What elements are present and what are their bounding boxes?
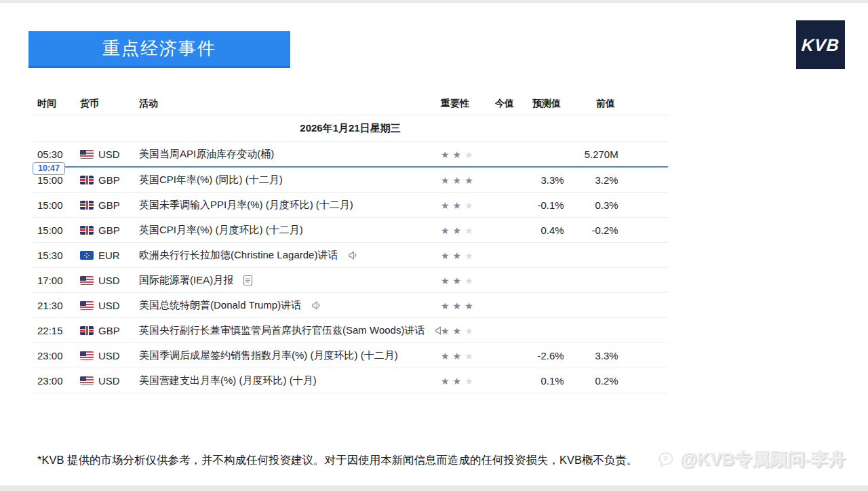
event-time: 23:00 (33, 375, 75, 387)
event-activity-label: 英国CPI年率(%) (同比) (十二月) (139, 174, 283, 186)
event-activity-label: 英国未季调输入PPI月率(%) (月度环比) (十二月) (139, 199, 353, 212)
star-filled-icon: ★ (441, 175, 450, 186)
currency-code: GBP (98, 199, 120, 211)
currency-code: GBP (98, 174, 120, 186)
event-currency: GBP (75, 325, 139, 336)
importance-stars: ★★★ (441, 174, 477, 186)
top-edge-strip (0, 0, 868, 3)
star-filled-icon: ★ (453, 200, 462, 211)
event-time: 15:00 (33, 174, 75, 186)
event-forecast-value: -2.6% (517, 350, 564, 361)
event-activity-label: 欧洲央行行长拉加德(Christine Lagarde)讲话 (139, 249, 338, 262)
importance-stars: ★★★ (441, 300, 477, 311)
currency-flag-icon (80, 276, 94, 285)
date-header-label: 2026年1月21日星期三 (300, 122, 400, 135)
speaker-icon[interactable] (347, 250, 359, 261)
event-activity: 美国总统特朗普(Donald Trump)讲话 (139, 299, 441, 312)
table-header-row: 时间 货币 活动 重要性 今值 预测值 前值 (33, 92, 668, 115)
event-row[interactable]: 22:15 GBP 英国央行副行长兼审慎监管局首席执行官伍兹(Sam Woods… (33, 318, 668, 343)
header-time: 时间 (33, 98, 75, 110)
event-time: 05:30 (33, 149, 75, 160)
event-time: 15:00 (33, 199, 75, 211)
star-filled-icon: ★ (441, 300, 450, 311)
event-previous-value: 5.270M (564, 149, 618, 160)
current-time-indicator: 10:47 (33, 161, 65, 175)
star-empty-icon: ★ (465, 275, 473, 286)
event-currency: GBP (75, 174, 139, 186)
event-activity-label: 国际能源署(IEA)月报 (139, 274, 233, 287)
event-forecast-value: -0.1% (517, 199, 564, 211)
event-previous-value: 3.2% (564, 174, 618, 186)
section-banner: 重点经济事件 (28, 31, 290, 68)
importance-stars: ★★★ (441, 325, 477, 336)
event-time: 17:00 (33, 275, 75, 286)
watermark-logo-icon (657, 451, 675, 469)
header-actual: 今值 (473, 98, 514, 110)
star-filled-icon: ★ (453, 376, 462, 387)
star-filled-icon: ★ (453, 149, 462, 160)
event-activity: 欧洲央行行长拉加德(Christine Lagarde)讲话 (139, 249, 441, 262)
section-title: 重点经济事件 (102, 37, 216, 60)
event-previous-value: 0.3% (564, 199, 618, 211)
importance-stars: ★★★ (441, 250, 477, 261)
star-filled-icon: ★ (441, 351, 450, 361)
event-row[interactable]: 23:00 USD 美国营建支出月率(%) (月度环比) (十月) ★★★ 0.… (33, 368, 668, 393)
event-activity-label: 英国CPI月率(%) (月度环比) (十二月) (139, 224, 303, 237)
event-time: 22:15 (33, 325, 75, 336)
disclaimer-text: *KVB 提供的市场分析仅供参考，并不构成任何投资建议。对于因使用本新闻信息而造… (37, 453, 638, 468)
header-forecast: 预测值 (514, 98, 561, 110)
star-filled-icon: ★ (453, 300, 462, 311)
event-currency: EUR (75, 250, 139, 261)
event-activity-label: 美国总统特朗普(Donald Trump)讲话 (139, 299, 301, 312)
event-activity-label: 英国央行副行长兼审慎监管局首席执行官伍兹(Sam Woods)讲话 (139, 324, 425, 337)
event-activity: 英国央行副行长兼审慎监管局首席执行官伍兹(Sam Woods)讲话 (139, 324, 441, 337)
currency-code: GBP (98, 224, 120, 236)
currency-code: USD (98, 275, 120, 286)
event-row[interactable]: 23:00 USD 美国季调后成屋签约销售指数月率(%) (月度环比) (十二月… (33, 343, 668, 368)
event-currency: USD (75, 375, 139, 387)
importance-stars: ★★★ (441, 149, 477, 160)
event-time: 23:00 (33, 350, 75, 361)
currency-code: USD (98, 149, 120, 160)
event-row[interactable]: 15:00 GBP 英国未季调输入PPI月率(%) (月度环比) (十二月) ★… (33, 193, 668, 218)
star-filled-icon: ★ (465, 175, 473, 186)
event-activity: 美国当周API原油库存变动(桶) (139, 148, 441, 161)
event-forecast-value: 3.3% (517, 174, 564, 186)
event-currency: USD (75, 300, 139, 311)
event-row[interactable]: 15:30 EUR 欧洲央行行长拉加德(Christine Lagarde)讲话… (33, 243, 668, 268)
speaker-icon[interactable] (311, 300, 322, 311)
star-filled-icon: ★ (441, 225, 450, 236)
event-row[interactable]: 05:30 USD 美国当周API原油库存变动(桶) ★★★ 5.270M (33, 142, 668, 168)
economic-calendar-table: 时间 货币 活动 重要性 今值 预测值 前值 2026年1月21日星期三 05:… (33, 92, 668, 393)
event-forecast-value: 0.1% (517, 375, 564, 387)
event-activity-label: 美国营建支出月率(%) (月度环比) (十月) (139, 374, 317, 387)
currency-code: EUR (98, 250, 120, 261)
star-filled-icon: ★ (453, 351, 462, 361)
star-filled-icon: ★ (441, 149, 450, 160)
header-importance: 重要性 (441, 98, 473, 110)
currency-flag-icon (80, 301, 94, 310)
event-row[interactable]: 15:00 GBP 英国CPI年率(%) (同比) (十二月) ★★★ 3.3%… (33, 168, 668, 193)
event-currency: GBP (75, 224, 139, 236)
currency-flag-icon (80, 201, 94, 210)
event-row[interactable]: 17:00 USD 国际能源署(IEA)月报 ★★★ (33, 268, 668, 293)
event-row[interactable]: 15:00 GBP 英国CPI月率(%) (月度环比) (十二月) ★★★ 0.… (33, 218, 668, 243)
kvb-logo-text: KVB (801, 35, 840, 55)
star-filled-icon: ★ (441, 250, 450, 261)
event-currency: USD (75, 149, 139, 160)
event-row[interactable]: 21:30 USD 美国总统特朗普(Donald Trump)讲话 ★★★ (33, 293, 668, 318)
event-activity: 英国CPI月率(%) (月度环比) (十二月) (139, 224, 441, 237)
event-time: 21:30 (33, 300, 75, 311)
table-body: 05:30 USD 美国当周API原油库存变动(桶) ★★★ 5.270M 15… (33, 142, 668, 393)
speaker-icon[interactable] (434, 325, 441, 336)
currency-code: USD (98, 375, 120, 387)
star-filled-icon: ★ (441, 326, 450, 336)
doc-icon[interactable] (243, 275, 253, 286)
event-activity: 国际能源署(IEA)月报 (139, 274, 441, 287)
bottom-edge-strip (0, 486, 868, 491)
currency-code: USD (98, 300, 120, 311)
star-empty-icon: ★ (465, 200, 473, 211)
currency-flag-icon (80, 176, 94, 184)
current-time-badge: 10:47 (33, 162, 65, 175)
event-time: 15:30 (33, 250, 75, 261)
